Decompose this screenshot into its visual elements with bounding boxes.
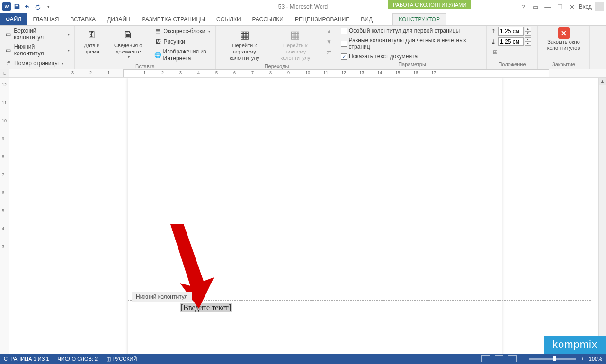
- spin-down-icon[interactable]: ▼: [525, 31, 531, 36]
- zoom-slider[interactable]: [529, 358, 576, 360]
- ruler-corner[interactable]: L: [0, 69, 9, 77]
- date-time-button[interactable]: 🗓 Дата и время: [78, 27, 106, 56]
- bottom-margin-input[interactable]: [498, 37, 524, 46]
- watermark: kompmix: [544, 336, 606, 354]
- close-header-footer-button[interactable]: ✕ Закрыть окно колонтитулов: [541, 27, 587, 52]
- zoom-out-icon[interactable]: −: [521, 356, 524, 362]
- status-words[interactable]: ЧИСЛО СЛОВ: 2: [58, 356, 98, 362]
- footer-icon: ▭: [5, 46, 12, 54]
- document-page[interactable]: [128, 78, 502, 354]
- odd-even-checkbox[interactable]: Разные колонтитулы для четных и нечетных…: [341, 36, 483, 51]
- spin-up-icon[interactable]: ▲: [525, 27, 531, 31]
- tab-design[interactable]: ДИЗАЙН: [101, 13, 136, 25]
- ruler-tick: 3: [179, 71, 182, 75]
- status-language[interactable]: ◫ РУССКИЙ: [106, 356, 137, 362]
- footer-placeholder-text[interactable]: [Введите текст]: [180, 303, 232, 312]
- top-margin-icon: ⤒: [490, 27, 497, 35]
- zoom-in-icon[interactable]: +: [581, 356, 584, 362]
- header-label: Верхний колонтитул: [14, 27, 65, 41]
- ruler-tick: 6: [233, 71, 236, 75]
- vruler-tick: 8: [2, 154, 4, 159]
- page-number-button[interactable]: # Номер страницы▾: [3, 59, 71, 68]
- scroll-up-icon[interactable]: ▲: [599, 78, 606, 85]
- horizontal-ruler[interactable]: 3211234567891011121314151617: [9, 69, 606, 77]
- doc-info-button[interactable]: 🗎 Сведения о документе▾: [106, 27, 151, 61]
- word-app-icon[interactable]: W: [2, 2, 11, 11]
- quick-parts-label: Экспресс-блоки: [164, 28, 205, 35]
- vertical-scrollbar[interactable]: ▲: [598, 78, 606, 354]
- close-window-icon[interactable]: ✕: [567, 2, 578, 11]
- vertical-ruler[interactable]: 1211109876543: [0, 78, 9, 354]
- ruler-tick: 1: [143, 71, 146, 75]
- first-page-checkbox[interactable]: Особый колонтитул для первой страницы: [341, 27, 483, 35]
- doc-info-icon: 🗎: [121, 27, 136, 43]
- header-button[interactable]: ▭ Верхний колонтитул▾: [3, 27, 71, 42]
- ruler-tick: 14: [377, 71, 382, 75]
- group-options-label: Параметры: [341, 61, 483, 69]
- tab-mailings[interactable]: РАССЫЛКИ: [247, 13, 289, 25]
- online-pictures-label: Изображения из Интернета: [163, 48, 211, 62]
- zoom-level[interactable]: 100%: [589, 356, 602, 362]
- footer-button[interactable]: ▭ Нижний колонтитул▾: [3, 43, 71, 58]
- tab-insert[interactable]: ВСТАВКА: [64, 13, 101, 25]
- ruler-tick: 12: [341, 71, 346, 75]
- redo-icon[interactable]: [33, 2, 43, 11]
- vruler-tick: 12: [2, 82, 7, 87]
- pictures-button[interactable]: 🖼 Рисунки: [152, 37, 213, 46]
- avatar-icon[interactable]: [595, 2, 604, 11]
- tab-file[interactable]: ФАЙЛ: [0, 13, 27, 25]
- minimize-icon[interactable]: —: [542, 2, 553, 11]
- footer-separator: [128, 300, 591, 301]
- signin-link[interactable]: Вход: [579, 3, 592, 10]
- tab-constructor[interactable]: КОНСТРУКТОР: [392, 13, 446, 25]
- tab-layout[interactable]: РАЗМЕТКА СТРАНИЦЫ: [136, 13, 211, 25]
- goto-header-label: Перейти к верхнему колонтитулу: [222, 43, 267, 62]
- goto-header-button[interactable]: ▦ Перейти к верхнему колонтитулу: [219, 27, 270, 62]
- goto-header-icon: ▦: [237, 27, 252, 43]
- ruler-tick: 15: [395, 71, 400, 75]
- quick-parts-button[interactable]: ▤ Экспресс-блоки▾: [152, 27, 213, 36]
- ruler-tick: 10: [305, 71, 310, 75]
- doc-info-label: Сведения о документе: [109, 43, 148, 55]
- nav-next-button: ▼: [323, 37, 335, 46]
- vruler-tick: 5: [2, 208, 4, 213]
- tab-references[interactable]: ССЫЛКИ: [211, 13, 246, 25]
- align-tab-button[interactable]: ⊞: [490, 47, 531, 57]
- ribbon-display-icon[interactable]: ▭: [530, 2, 541, 11]
- goto-footer-label: Перейти к нижнему колонтитулу: [273, 43, 318, 62]
- top-margin-input[interactable]: [498, 27, 524, 36]
- pictures-label: Рисунки: [164, 38, 185, 45]
- header-icon: ▭: [5, 30, 12, 38]
- qat-customize-icon[interactable]: ▾: [44, 2, 53, 11]
- undo-icon[interactable]: [23, 2, 32, 11]
- ruler-tick: 13: [359, 71, 364, 75]
- page-number-icon: #: [5, 60, 12, 67]
- help-icon[interactable]: ?: [517, 2, 529, 11]
- quick-parts-icon: ▤: [154, 27, 162, 35]
- context-tab-header: РАБОТА С КОЛОНТИТУЛАМИ: [388, 0, 471, 9]
- save-icon[interactable]: [12, 2, 22, 11]
- view-print-icon[interactable]: [495, 355, 503, 362]
- window-title: 53 - Microsoft Word: [278, 3, 328, 10]
- show-doc-label: Показать текст документа: [349, 53, 418, 60]
- spin-down-icon[interactable]: ▼: [525, 42, 531, 46]
- vruler-tick: 4: [2, 226, 4, 231]
- ruler-tick: 2: [89, 71, 92, 75]
- show-doc-checkbox[interactable]: ✓ Показать текст документа: [341, 52, 483, 61]
- status-page[interactable]: СТРАНИЦА 1 ИЗ 1: [4, 356, 49, 362]
- tab-review[interactable]: РЕЦЕНЗИРОВАНИЕ: [289, 13, 355, 25]
- online-pictures-icon: 🌐: [154, 51, 161, 59]
- maximize-icon[interactable]: ☐: [554, 2, 566, 11]
- spin-up-icon[interactable]: ▲: [525, 37, 531, 42]
- ruler-tick: 11: [323, 71, 328, 75]
- pictures-icon: 🖼: [154, 38, 162, 45]
- view-web-icon[interactable]: [508, 355, 517, 362]
- checkbox-icon: [341, 28, 347, 34]
- tab-view[interactable]: ВИД: [355, 13, 378, 25]
- view-read-icon[interactable]: [481, 355, 490, 362]
- ruler-tick: 4: [197, 71, 200, 75]
- tab-home[interactable]: ГЛАВНАЯ: [27, 13, 64, 25]
- online-pictures-button[interactable]: 🌐 Изображения из Интернета: [152, 47, 213, 62]
- close-label: Закрыть окно колонтитулов: [544, 39, 584, 51]
- ruler-tick: 9: [287, 71, 290, 75]
